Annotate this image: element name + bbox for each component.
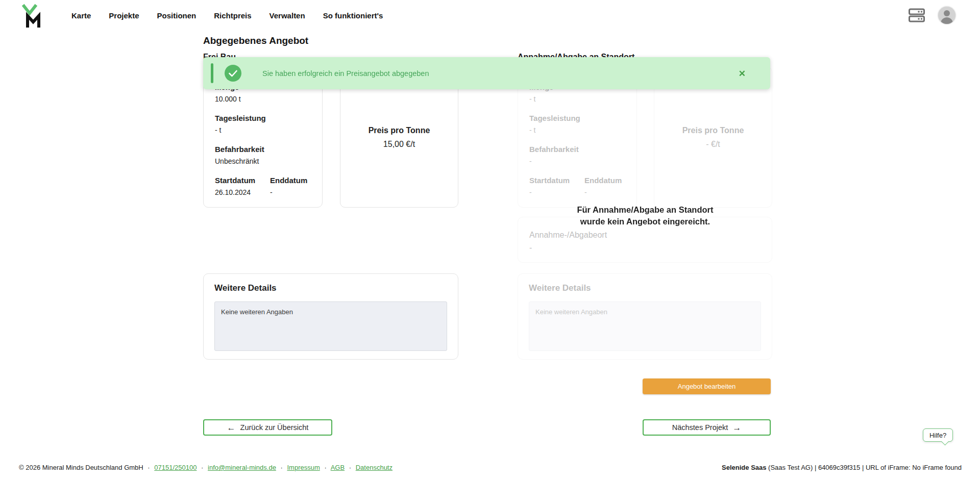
price-per-tonne-value: 15,00 €/t [383,140,415,149]
footer-copyright: © 2026 Mineral Minds Deutschland GmbH [19,464,143,471]
field-tagesleistung: Tagesleistung - t [529,114,625,135]
footer-link-impressum[interactable]: Impressum [287,464,320,471]
next-project-button[interactable]: Nächstes Projekt → [643,419,771,436]
footer-link-agb[interactable]: AGB [331,464,345,471]
main-nav: Karte Projekte Positionen Richtpreis Ver… [71,0,383,31]
toast-close-icon[interactable]: ✕ [739,68,746,79]
nav-item-so-funktionierts[interactable]: So funktioniert's [323,11,383,20]
back-to-overview-button[interactable]: ← Zurück zur Übersicht [203,419,332,436]
footer-separator: · [349,464,351,471]
page-title: Abgegebenes Angebot [203,35,308,46]
field-value: - [529,157,625,166]
field-dates: Startdatum - Enddatum - [529,176,625,197]
toast-message: Sie haben erfolgreich ein Preisangebot a… [262,69,429,78]
field-label: Enddatum [270,176,307,185]
mineral-minds-logo[interactable] [21,4,45,28]
footer-link-email[interactable]: info@mineral-minds.de [208,464,276,471]
no-offer-message-line2: wurde kein Angebot eingereicht. [518,216,773,227]
nav-item-positionen[interactable]: Positionen [157,11,197,20]
nav-item-projekte[interactable]: Projekte [109,11,139,20]
price-per-tonne-label: Preis pro Tonne [682,126,744,135]
field-label: Enddatum [584,176,622,185]
no-offer-message-line1: Für Annahme/Abgabe an Standort [518,204,773,216]
footer-separator: · [324,464,326,471]
field-value: - [529,243,761,252]
field-value: - t [215,126,311,135]
no-offer-message: Für Annahme/Abgabe an Standort wurde kei… [518,204,773,227]
footer-separator: · [201,464,203,471]
field-value: - [584,188,622,197]
success-toast: Sie haben erfolgreich ein Preisangebot a… [203,57,770,89]
details-heading: Weitere Details [529,283,761,293]
footer-link-phone[interactable]: 07151/250100 [154,464,197,471]
footer-left: © 2026 Mineral Minds Deutschland GmbH · … [19,464,393,471]
field-label: Startdatum [529,176,584,185]
app-root: Karte Projekte Positionen Richtpreis Ver… [0,0,980,481]
field-befahrbarkeit: Befahrbarkeit - [529,145,625,166]
nav-item-verwalten[interactable]: Verwalten [270,11,305,20]
field-value: Unbeschränkt [215,157,311,166]
details-textarea: Keine weiteren Angaben [214,301,447,351]
field-value: 26.10.2024 [215,188,270,197]
arrow-right-icon: → [732,423,741,432]
field-label: Tagesleistung [215,114,311,123]
arrow-left-icon: ← [227,423,236,432]
field-value: - t [529,95,625,104]
field-label: Befahrbarkeit [215,145,311,154]
avatar-head-icon [944,10,950,16]
field-value: - t [529,126,625,135]
price-per-tonne-label: Preis pro Tonne [369,126,430,135]
location-offer-details-card: Weitere Details Keine weiteren Angaben [518,273,772,360]
field-dates: Startdatum 26.10.2024 Enddatum - [215,176,311,197]
field-enddatum: Enddatum - [584,176,622,197]
top-navigation: Karte Projekte Positionen Richtpreis Ver… [0,0,980,31]
help-button[interactable]: Hilfe? [923,428,953,442]
back-button-label: Zurück zur Übersicht [240,423,309,432]
field-label: Tagesleistung [529,114,625,123]
field-tagesleistung: Tagesleistung - t [215,114,311,135]
field-label: Annahme-/Abgabeort [529,231,761,240]
field-value: - [270,188,307,197]
server-icon[interactable] [909,8,925,23]
top-right-icons [909,0,955,31]
footer-right: Selenide Saas (Saas Test AG) | 64069c39f… [722,464,962,471]
free-offer-details-card: Weitere Details Keine weiteren Angaben [203,273,458,360]
price-per-tonne-value: - €/t [706,140,720,149]
field-label: Befahrbarkeit [529,145,625,154]
footer-separator: · [148,464,150,471]
next-button-label: Nächstes Projekt [672,423,728,432]
success-check-icon [225,65,241,82]
footer-link-datenschutz[interactable]: Datenschutz [356,464,393,471]
field-value: - [529,188,584,197]
footer-saas-name: Selenide Saas [722,464,766,471]
details-heading: Weitere Details [214,283,447,293]
field-label: Startdatum [215,176,270,185]
field-value: 10.000 t [215,95,311,104]
field-befahrbarkeit: Befahrbarkeit Unbeschränkt [215,145,311,166]
nav-item-karte[interactable]: Karte [71,11,91,20]
avatar-body-icon [941,17,953,24]
edit-offer-button[interactable]: Angebot bearbeiten [643,378,771,394]
user-avatar[interactable] [938,7,955,24]
field-startdatum: Startdatum - [529,176,584,197]
footer-saas-info: (Saas Test AG) | 64069c39f315 | URL of i… [767,464,962,471]
footer-separator: · [281,464,283,471]
field-enddatum: Enddatum - [270,176,307,197]
toast-accent-bar [211,63,213,83]
details-textarea: Keine weiteren Angaben [529,301,761,351]
field-startdatum: Startdatum 26.10.2024 [215,176,270,197]
nav-item-richtpreis[interactable]: Richtpreis [214,11,251,20]
